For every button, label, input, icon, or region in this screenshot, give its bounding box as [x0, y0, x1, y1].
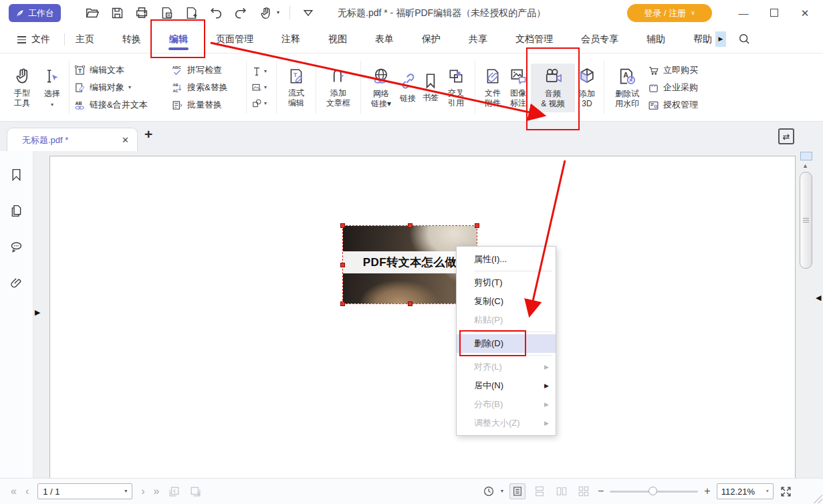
link-merge-text-button[interactable]: AB 链接&合并文本 — [74, 99, 164, 111]
context-menu-item-delete[interactable]: 删除(D) — [457, 334, 556, 353]
pages-panel-icon[interactable] — [9, 204, 23, 218]
flow-edit-button[interactable]: T 流式 编辑 — [281, 68, 311, 108]
zoom-out-button[interactable]: − — [598, 486, 604, 497]
menu-tab-form[interactable]: 表单 — [375, 25, 394, 53]
open-file-icon[interactable] — [84, 5, 100, 21]
previous-page-button[interactable]: ‹ — [25, 486, 29, 497]
first-page-button[interactable]: « — [11, 486, 17, 497]
remove-trial-watermark-button[interactable]: A 删除试 用水印 — [609, 67, 645, 109]
context-menu-item-cut[interactable]: 剪切(T) — [457, 273, 556, 292]
print-icon[interactable] — [134, 5, 150, 21]
close-button[interactable]: ✕ — [790, 0, 820, 25]
menu-tab-member[interactable]: 会员专享 — [581, 25, 618, 53]
menu-tab-doc-manage[interactable]: 文档管理 — [515, 25, 553, 53]
hand-mode-caret-icon[interactable]: ▾ — [277, 10, 279, 15]
bookmarks-panel-icon[interactable] — [9, 168, 23, 182]
menu-overflow-arrow[interactable]: ▶ — [715, 31, 726, 47]
spell-check-button[interactable]: ABC 拼写检查 — [172, 64, 241, 76]
window-resize-grip[interactable] — [814, 495, 822, 503]
login-register-button[interactable]: 登录 / 注册 ∨ — [627, 4, 712, 22]
menu-tab-protect[interactable]: 保护 — [422, 25, 441, 53]
autoscroll-icon[interactable] — [483, 485, 495, 497]
save-icon[interactable] — [109, 5, 125, 21]
resize-handle-nw[interactable] — [340, 223, 345, 228]
minimize-button[interactable]: — — [728, 0, 759, 25]
next-view-icon[interactable] — [189, 485, 202, 498]
menu-file[interactable]: 文件 — [31, 25, 50, 53]
scroll-up-icon[interactable]: ▲ — [802, 163, 808, 169]
zoom-in-button[interactable]: + — [704, 486, 710, 497]
edit-text-button[interactable]: T 编辑文本 — [74, 64, 164, 76]
comments-panel-icon[interactable] — [9, 240, 23, 254]
zoom-slider[interactable] — [610, 491, 698, 493]
buy-now-button[interactable]: 立即购买 — [648, 64, 715, 76]
zoom-caret-icon[interactable]: ▾ — [766, 489, 769, 494]
context-menu-item-properties[interactable]: 属性(I)... — [457, 250, 556, 269]
menu-tab-comment[interactable]: 注释 — [281, 25, 300, 53]
resize-handle-s[interactable] — [408, 301, 413, 306]
edit-object-button[interactable]: 编辑对象 ▾ — [74, 82, 164, 94]
add-shape-tool-button[interactable]: ▾ — [251, 98, 271, 109]
collapse-toolbar-icon[interactable] — [300, 5, 316, 21]
hand-tool-button[interactable]: 手型 工具 — [9, 67, 35, 108]
new-document-icon[interactable] — [183, 5, 199, 21]
next-page-button[interactable]: › — [141, 486, 144, 497]
enterprise-purchase-button[interactable]: 企业采购 — [648, 82, 715, 94]
close-document-icon[interactable] — [158, 5, 174, 21]
resize-handle-sw[interactable] — [340, 301, 345, 306]
continuous-facing-view-button[interactable] — [576, 483, 592, 499]
license-manage-button[interactable]: 授权管理 — [648, 99, 715, 111]
new-tab-button[interactable]: + — [144, 127, 152, 141]
add-image-tool-button[interactable]: ▾ — [251, 82, 271, 93]
pdf-page[interactable] — [49, 156, 796, 478]
zoom-slider-handle[interactable] — [649, 487, 657, 495]
maximize-button[interactable] — [759, 0, 790, 25]
menu-tab-edit[interactable]: 编辑 — [169, 25, 188, 53]
search-icon[interactable] — [737, 32, 751, 45]
tab-switch-button[interactable]: ⇄ — [778, 128, 794, 144]
add-article-box-button[interactable]: 添加 文章框 — [321, 67, 356, 108]
page-number-input[interactable]: 1 / 1 ▾ — [37, 483, 132, 499]
menu-tab-page-manage[interactable]: 页面管理 — [216, 25, 253, 53]
menu-tab-home[interactable]: 主页 — [76, 25, 94, 53]
previous-view-icon[interactable] — [168, 485, 181, 498]
single-page-view-button[interactable] — [509, 483, 525, 499]
resize-handle-n[interactable] — [408, 223, 413, 228]
resize-handle-w[interactable] — [340, 263, 345, 267]
menu-tab-share[interactable]: 共享 — [469, 25, 487, 53]
search-replace-button[interactable]: ABAC 搜索&替换 — [172, 82, 241, 94]
hand-mode-icon[interactable] — [257, 5, 273, 21]
continuous-view-button[interactable] — [532, 483, 548, 499]
bookmark-button[interactable]: 书签 — [419, 72, 442, 103]
redo-icon[interactable] — [233, 5, 249, 21]
last-page-button[interactable]: » — [154, 486, 160, 497]
select-tool-button[interactable]: 选择 ▾ — [40, 68, 64, 108]
menu-tab-help[interactable]: 帮助 — [693, 25, 712, 53]
image-annotation-button[interactable]: 图像 标注 — [505, 67, 531, 108]
menu-tab-view[interactable]: 视图 — [328, 25, 347, 53]
zoom-level-input[interactable]: 112.21% ▾ — [717, 483, 774, 499]
resize-handle-ne[interactable] — [475, 223, 479, 228]
hamburger-icon[interactable] — [17, 36, 26, 45]
menu-tab-convert[interactable]: 转换 — [122, 25, 141, 53]
audio-video-button[interactable]: 音频 & 视频 — [531, 64, 575, 112]
menu-tab-accessibility[interactable]: 辅助 — [646, 25, 665, 53]
web-link-button[interactable]: 网络 链接▾ — [366, 67, 396, 109]
fullscreen-icon[interactable] — [780, 485, 792, 498]
context-menu-item-center[interactable]: 居中(N)▶ — [457, 376, 556, 395]
autoscroll-caret-icon[interactable]: ▾ — [501, 489, 503, 494]
file-attachment-button[interactable]: 文件 附件 — [480, 68, 505, 108]
vertical-scrollbar-thumb[interactable] — [800, 172, 812, 269]
context-menu-item-copy[interactable]: 复制(C) — [457, 292, 556, 311]
cross-reference-button[interactable]: 交叉 引用 — [442, 68, 470, 108]
add-3d-button[interactable]: 添加 3D — [575, 67, 599, 109]
tab-close-icon[interactable]: ✕ — [122, 136, 129, 144]
batch-replace-button[interactable]: 批量替换 — [172, 99, 241, 111]
right-panel-expand-icon[interactable]: ◀ — [816, 294, 821, 301]
facing-view-button[interactable] — [554, 483, 570, 499]
panel-expand-icon[interactable]: ▶ — [35, 309, 40, 316]
add-text-tool-button[interactable]: ▾ — [251, 66, 271, 77]
workspace-button[interactable]: 工作台 — [9, 4, 61, 22]
link-button[interactable]: 链接 — [396, 72, 419, 104]
attachments-panel-icon[interactable] — [9, 276, 23, 290]
